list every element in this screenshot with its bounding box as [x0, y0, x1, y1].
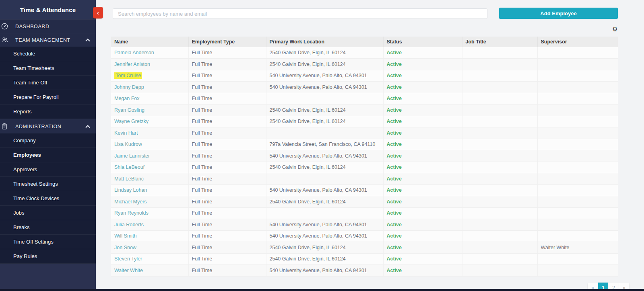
supervisor-cell	[537, 207, 618, 219]
work-location-cell: 2540 Galvin Drive, Elgin, IL 60124	[266, 196, 383, 208]
employee-name-link[interactable]: Ryan Gosling	[114, 107, 144, 113]
supervisor-cell	[537, 196, 618, 208]
sidebar-item-pay-rules[interactable]: Pay Rules	[0, 249, 96, 264]
column-header-employment-type[interactable]: Employment Type	[188, 37, 266, 47]
work-location-cell: 540 University Avenue, Palo Alto, CA 943…	[266, 230, 383, 242]
employee-name-link[interactable]: Wayne Gretzky	[114, 119, 149, 124]
employee-name-link[interactable]: Jon Snow	[114, 245, 136, 250]
employee-name-link[interactable]: Matt LeBlanc	[114, 176, 144, 182]
main-content: Add Employee ⚙ NameEmployment TypePrimar…	[96, 0, 644, 291]
job-title-cell	[462, 207, 537, 219]
employee-name-link[interactable]: Julia Roberts	[114, 222, 144, 227]
job-title-cell	[462, 173, 537, 185]
sidebar-item-administration[interactable]: ADMINISTRATION	[0, 119, 96, 133]
status-badge: Active	[387, 61, 402, 67]
chevron-up-icon[interactable]	[85, 125, 96, 128]
job-title-cell	[462, 150, 537, 162]
employee-name-link[interactable]: Megan Fox	[114, 96, 140, 101]
column-header-supervisor[interactable]: Supervisor	[537, 37, 618, 47]
employee-name-link[interactable]: Pamela Anderson	[114, 50, 154, 55]
employee-name-link[interactable]: Will Smith	[114, 233, 137, 239]
sidebar-item-time-clock-devices[interactable]: Time Clock Devices	[0, 191, 96, 206]
sidebar-item-jobs[interactable]: Jobs	[0, 206, 96, 220]
sidebar-item-label: ADMINISTRATION	[15, 124, 85, 129]
work-location-cell: 540 University Avenue, Palo Alto, CA 943…	[266, 82, 383, 93]
sidebar-item-team-time-off[interactable]: Team Time Off	[0, 76, 96, 90]
sidebar-item-company[interactable]: Company	[0, 133, 96, 148]
team-icon	[0, 36, 15, 44]
work-location-cell: 540 University Avenue, Palo Alto, CA 943…	[266, 184, 383, 196]
sidebar-item-time-off-settings[interactable]: Time Off Settings	[0, 235, 96, 249]
sidebar-item-prepare-for-payroll[interactable]: Prepare For Payroll	[0, 90, 96, 105]
employee-name-link[interactable]: Jaime Lannister	[114, 153, 150, 159]
work-location-cell: 540 University Avenue, Palo Alto, CA 943…	[266, 219, 383, 231]
table-row: Lindsay LohanFull Time540 University Ave…	[111, 184, 618, 196]
column-header-status[interactable]: Status	[383, 37, 462, 47]
sidebar-item-approvers[interactable]: Approvers	[0, 162, 96, 177]
supervisor-cell	[537, 82, 618, 93]
job-title-cell	[462, 196, 537, 208]
employee-name-link[interactable]: Shia LeBeouf	[114, 164, 144, 170]
column-header-primary-work-location[interactable]: Primary Work Location	[266, 37, 383, 47]
chevron-up-icon[interactable]	[85, 39, 96, 42]
table-row: Walter WhiteFull Time540 University Aven…	[111, 265, 618, 277]
sidebar-item-reports[interactable]: Reports	[0, 105, 96, 119]
sidebar-item-team-timesheets[interactable]: Team Timesheets	[0, 61, 96, 76]
status-badge: Active	[387, 176, 402, 182]
clipboard-icon	[0, 123, 15, 130]
job-title-cell	[462, 265, 537, 277]
job-title-cell	[462, 59, 537, 70]
sidebar-item-label: DASHBOARD	[15, 24, 96, 29]
employee-name-link[interactable]: Lindsay Lohan	[114, 187, 147, 193]
status-badge: Active	[387, 50, 402, 55]
supervisor-cell: Walter White	[537, 242, 618, 254]
employee-name-link[interactable]: Ryan Reynolds	[114, 210, 149, 216]
employment-type-cell: Full Time	[188, 150, 266, 162]
employee-name-link[interactable]: Jennifer Aniston	[114, 61, 150, 67]
employee-name-link[interactable]: Tom Cruise	[114, 72, 142, 79]
add-employee-button[interactable]: Add Employee	[499, 8, 618, 19]
employment-type-cell: Full Time	[188, 265, 266, 277]
employment-type-cell: Full Time	[188, 127, 266, 139]
status-badge: Active	[387, 119, 402, 124]
sidebar-item-team-management[interactable]: TEAM MANAGEMENT	[0, 33, 96, 47]
work-location-cell: 2540 Galvin Drive, Elgin, IL 60124	[266, 162, 383, 173]
sidebar-item-breaks[interactable]: Breaks	[0, 220, 96, 235]
table-row: Julia RobertsFull Time540 University Ave…	[111, 219, 618, 231]
job-title-cell	[462, 47, 537, 59]
column-header-job-title[interactable]: Job Title	[462, 37, 537, 47]
column-header-name[interactable]: Name	[111, 37, 188, 47]
status-badge: Active	[387, 268, 402, 273]
employment-type-cell: Full Time	[188, 196, 266, 208]
job-title-cell	[462, 184, 537, 196]
sidebar-item-employees[interactable]: Employees	[0, 148, 96, 162]
employment-type-cell: Full Time	[188, 105, 266, 116]
status-badge: Active	[387, 96, 402, 101]
sidebar-item-schedule[interactable]: Schedule	[0, 47, 96, 61]
job-title-cell	[462, 93, 537, 105]
employment-type-cell: Full Time	[188, 139, 266, 150]
employee-name-link[interactable]: Johnny Depp	[114, 84, 144, 90]
employment-type-cell: Full Time	[188, 207, 266, 219]
status-badge: Active	[387, 233, 402, 239]
employee-name-link[interactable]: Walter White	[114, 268, 143, 273]
sidebar-item-timesheet-settings[interactable]: Timesheet Settings	[0, 177, 96, 191]
table-row: Megan FoxFull TimeActive	[111, 93, 618, 105]
employee-name-link[interactable]: Lisa Kudrow	[114, 141, 142, 147]
employee-table-body: Pamela AndersonFull Time2540 Galvin Driv…	[111, 47, 618, 276]
employment-type-cell: Full Time	[188, 47, 266, 59]
work-location-cell: 2540 Galvin Drive, Elgin, IL 60124	[266, 59, 383, 70]
job-title-cell	[462, 253, 537, 265]
gear-icon[interactable]: ⚙	[611, 25, 619, 33]
sidebar-collapse-button[interactable]: ‹	[93, 7, 103, 18]
employee-name-link[interactable]: Kevin Hart	[114, 130, 138, 136]
search-input[interactable]	[113, 8, 487, 19]
supervisor-cell	[537, 184, 618, 196]
sidebar-item-label: TEAM MANAGEMENT	[15, 37, 85, 43]
employee-name-link[interactable]: Steven Tyler	[114, 256, 142, 262]
employee-name-link[interactable]: Michael Myers	[114, 199, 147, 205]
sidebar-item-dashboard[interactable]: DASHBOARD	[0, 19, 96, 33]
employment-type-cell: Full Time	[188, 82, 266, 93]
table-row: Jaime LannisterFull Time540 University A…	[111, 150, 618, 162]
job-title-cell	[462, 116, 537, 127]
